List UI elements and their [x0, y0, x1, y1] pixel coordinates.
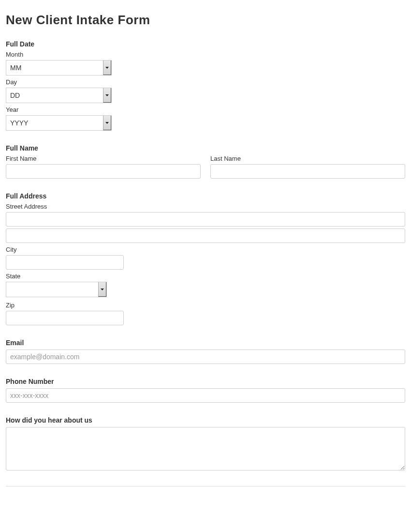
month-label: Month — [6, 51, 405, 58]
chevron-down-icon[interactable] — [103, 88, 111, 103]
month-select-value: MM — [6, 61, 103, 75]
chevron-down-icon[interactable] — [98, 282, 106, 297]
city-input[interactable] — [6, 255, 124, 270]
year-select[interactable]: YYYY — [6, 115, 112, 131]
email-input[interactable] — [6, 350, 405, 364]
phone-section-label: Phone Number — [6, 378, 405, 385]
state-label: State — [6, 273, 405, 280]
email-section-label: Email — [6, 339, 405, 347]
page-title: New Client Intake Form — [6, 13, 405, 28]
svg-marker-3 — [101, 289, 104, 290]
svg-marker-0 — [105, 67, 109, 69]
divider — [6, 486, 405, 486]
phone-input[interactable] — [6, 388, 405, 403]
date-section-label: Full Date — [6, 40, 405, 48]
zip-input[interactable] — [6, 311, 124, 325]
city-label: City — [6, 246, 405, 253]
year-select-value: YYYY — [6, 116, 103, 130]
svg-marker-1 — [105, 94, 109, 96]
address-section-label: Full Address — [6, 192, 405, 200]
day-select[interactable]: DD — [6, 88, 112, 103]
state-select-value — [6, 282, 98, 297]
hear-section-label: How did you hear about us — [6, 416, 405, 424]
last-name-label: Last Name — [210, 155, 405, 162]
street-address-input-2[interactable] — [6, 228, 405, 243]
state-select[interactable] — [6, 282, 107, 297]
svg-marker-2 — [105, 122, 109, 124]
last-name-input[interactable] — [210, 164, 405, 179]
day-label: Day — [6, 78, 405, 86]
street-address-label: Street Address — [6, 203, 405, 210]
chevron-down-icon[interactable] — [103, 116, 111, 130]
chevron-down-icon[interactable] — [103, 61, 111, 75]
zip-label: Zip — [6, 302, 405, 309]
hear-textarea[interactable] — [6, 427, 405, 471]
name-section-label: Full Name — [6, 144, 405, 152]
day-select-value: DD — [6, 88, 103, 103]
street-address-input-1[interactable] — [6, 212, 405, 227]
first-name-input[interactable] — [6, 164, 201, 179]
month-select[interactable]: MM — [6, 60, 112, 76]
year-label: Year — [6, 106, 405, 113]
first-name-label: First Name — [6, 155, 201, 162]
